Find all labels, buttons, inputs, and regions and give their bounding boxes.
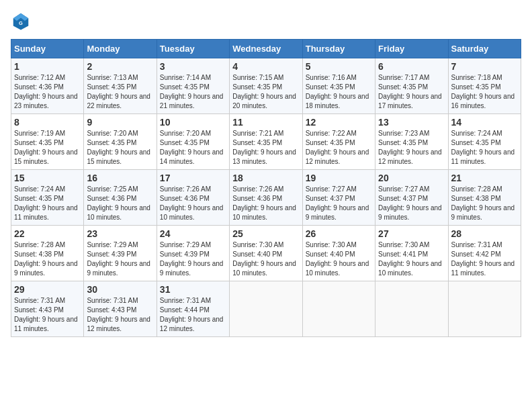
day-number: 31 — [160, 284, 226, 295]
day-number: 22 — [14, 228, 81, 239]
col-header-sunday: Sunday — [11, 40, 84, 58]
day-info: Sunrise: 7:31 AM Sunset: 4:44 PM Dayligh… — [160, 296, 226, 334]
day-cell: 18Sunrise: 7:26 AM Sunset: 4:36 PM Dayli… — [230, 170, 302, 226]
day-cell: 13Sunrise: 7:23 AM Sunset: 4:35 PM Dayli… — [375, 114, 448, 170]
col-header-tuesday: Tuesday — [157, 40, 229, 58]
day-info: Sunrise: 7:15 AM Sunset: 4:35 PM Dayligh… — [232, 73, 299, 111]
day-cell: 8Sunrise: 7:19 AM Sunset: 4:35 PM Daylig… — [11, 114, 84, 170]
day-cell: 16Sunrise: 7:25 AM Sunset: 4:36 PM Dayli… — [84, 170, 157, 226]
day-info: Sunrise: 7:30 AM Sunset: 4:40 PM Dayligh… — [306, 240, 372, 278]
day-number: 10 — [160, 117, 226, 128]
day-number: 19 — [306, 173, 372, 183]
svg-text:G: G — [19, 20, 23, 26]
day-info: Sunrise: 7:30 AM Sunset: 4:41 PM Dayligh… — [378, 240, 445, 278]
header-row: SundayMondayTuesdayWednesdayThursdayFrid… — [11, 40, 521, 58]
col-header-monday: Monday — [84, 40, 157, 58]
day-info: Sunrise: 7:27 AM Sunset: 4:37 PM Dayligh… — [306, 185, 372, 222]
day-number: 24 — [160, 228, 226, 239]
day-info: Sunrise: 7:28 AM Sunset: 4:38 PM Dayligh… — [14, 240, 81, 278]
day-cell: 1Sunrise: 7:12 AM Sunset: 4:36 PM Daylig… — [11, 58, 84, 114]
day-cell: 4Sunrise: 7:15 AM Sunset: 4:35 PM Daylig… — [230, 58, 302, 114]
day-cell — [230, 281, 302, 337]
day-number: 27 — [378, 228, 445, 239]
day-number: 3 — [160, 61, 226, 72]
day-cell: 21Sunrise: 7:28 AM Sunset: 4:38 PM Dayli… — [448, 170, 521, 226]
day-number: 1 — [14, 61, 81, 72]
col-header-saturday: Saturday — [448, 40, 521, 58]
day-cell: 26Sunrise: 7:30 AM Sunset: 4:40 PM Dayli… — [302, 226, 375, 281]
day-info: Sunrise: 7:18 AM Sunset: 4:35 PM Dayligh… — [451, 73, 518, 111]
day-cell: 25Sunrise: 7:30 AM Sunset: 4:40 PM Dayli… — [230, 226, 302, 281]
day-cell: 23Sunrise: 7:29 AM Sunset: 4:39 PM Dayli… — [84, 226, 157, 281]
col-header-thursday: Thursday — [302, 40, 375, 58]
day-info: Sunrise: 7:20 AM Sunset: 4:35 PM Dayligh… — [87, 129, 153, 167]
day-info: Sunrise: 7:24 AM Sunset: 4:35 PM Dayligh… — [14, 185, 81, 222]
day-number: 6 — [378, 61, 445, 72]
day-number: 14 — [451, 117, 518, 128]
day-cell: 9Sunrise: 7:20 AM Sunset: 4:35 PM Daylig… — [84, 114, 157, 170]
day-info: Sunrise: 7:14 AM Sunset: 4:35 PM Dayligh… — [160, 73, 226, 111]
day-cell: 7Sunrise: 7:18 AM Sunset: 4:35 PM Daylig… — [448, 58, 521, 114]
day-cell: 15Sunrise: 7:24 AM Sunset: 4:35 PM Dayli… — [11, 170, 84, 226]
day-cell — [302, 281, 375, 337]
day-number: 17 — [160, 173, 226, 183]
day-number: 13 — [378, 117, 445, 128]
day-number: 20 — [378, 173, 445, 183]
day-cell: 3Sunrise: 7:14 AM Sunset: 4:35 PM Daylig… — [157, 58, 229, 114]
day-cell: 24Sunrise: 7:29 AM Sunset: 4:39 PM Dayli… — [157, 226, 229, 281]
logo: G — [11, 11, 34, 31]
day-cell: 14Sunrise: 7:24 AM Sunset: 4:35 PM Dayli… — [448, 114, 521, 170]
day-info: Sunrise: 7:23 AM Sunset: 4:35 PM Dayligh… — [378, 129, 445, 167]
day-number: 8 — [14, 117, 81, 128]
day-info: Sunrise: 7:17 AM Sunset: 4:35 PM Dayligh… — [378, 73, 445, 111]
day-cell: 27Sunrise: 7:30 AM Sunset: 4:41 PM Dayli… — [375, 226, 448, 281]
week-row-2: 8Sunrise: 7:19 AM Sunset: 4:35 PM Daylig… — [11, 114, 521, 170]
day-info: Sunrise: 7:26 AM Sunset: 4:36 PM Dayligh… — [160, 185, 226, 222]
day-cell: 5Sunrise: 7:16 AM Sunset: 4:35 PM Daylig… — [302, 58, 375, 114]
day-info: Sunrise: 7:20 AM Sunset: 4:35 PM Dayligh… — [160, 129, 226, 167]
day-cell: 30Sunrise: 7:31 AM Sunset: 4:43 PM Dayli… — [84, 281, 157, 337]
day-number: 21 — [451, 173, 518, 183]
day-info: Sunrise: 7:29 AM Sunset: 4:39 PM Dayligh… — [87, 240, 153, 278]
day-number: 12 — [306, 117, 372, 128]
day-cell: 20Sunrise: 7:27 AM Sunset: 4:37 PM Dayli… — [375, 170, 448, 226]
day-number: 11 — [232, 117, 299, 128]
day-info: Sunrise: 7:13 AM Sunset: 4:35 PM Dayligh… — [87, 73, 153, 111]
col-header-friday: Friday — [375, 40, 448, 58]
week-row-5: 29Sunrise: 7:31 AM Sunset: 4:43 PM Dayli… — [11, 281, 521, 337]
header-section: G — [11, 11, 521, 31]
day-number: 7 — [451, 61, 518, 72]
day-number: 28 — [451, 228, 518, 239]
day-info: Sunrise: 7:26 AM Sunset: 4:36 PM Dayligh… — [232, 185, 299, 222]
day-info: Sunrise: 7:25 AM Sunset: 4:36 PM Dayligh… — [87, 185, 153, 222]
day-info: Sunrise: 7:21 AM Sunset: 4:35 PM Dayligh… — [232, 129, 299, 167]
day-info: Sunrise: 7:29 AM Sunset: 4:39 PM Dayligh… — [160, 240, 226, 278]
day-info: Sunrise: 7:27 AM Sunset: 4:37 PM Dayligh… — [378, 185, 445, 222]
day-cell: 22Sunrise: 7:28 AM Sunset: 4:38 PM Dayli… — [11, 226, 84, 281]
logo-icon: G — [11, 11, 31, 31]
day-number: 26 — [306, 228, 372, 239]
day-number: 15 — [14, 173, 81, 183]
day-cell: 6Sunrise: 7:17 AM Sunset: 4:35 PM Daylig… — [375, 58, 448, 114]
day-number: 16 — [87, 173, 153, 183]
day-cell — [375, 281, 448, 337]
day-number: 23 — [87, 228, 153, 239]
week-row-4: 22Sunrise: 7:28 AM Sunset: 4:38 PM Dayli… — [11, 226, 521, 281]
day-info: Sunrise: 7:24 AM Sunset: 4:35 PM Dayligh… — [451, 129, 518, 167]
day-number: 18 — [232, 173, 299, 183]
day-cell: 17Sunrise: 7:26 AM Sunset: 4:36 PM Dayli… — [157, 170, 229, 226]
day-cell: 29Sunrise: 7:31 AM Sunset: 4:43 PM Dayli… — [11, 281, 84, 337]
day-number: 30 — [87, 284, 153, 295]
day-info: Sunrise: 7:22 AM Sunset: 4:35 PM Dayligh… — [306, 129, 372, 167]
day-info: Sunrise: 7:31 AM Sunset: 4:43 PM Dayligh… — [87, 296, 153, 334]
calendar-table: SundayMondayTuesdayWednesdayThursdayFrid… — [11, 39, 521, 337]
day-cell — [448, 281, 521, 337]
day-info: Sunrise: 7:28 AM Sunset: 4:38 PM Dayligh… — [451, 185, 518, 222]
day-info: Sunrise: 7:30 AM Sunset: 4:40 PM Dayligh… — [232, 240, 299, 278]
week-row-3: 15Sunrise: 7:24 AM Sunset: 4:35 PM Dayli… — [11, 170, 521, 226]
day-info: Sunrise: 7:31 AM Sunset: 4:42 PM Dayligh… — [451, 240, 518, 278]
col-header-wednesday: Wednesday — [230, 40, 302, 58]
day-cell: 19Sunrise: 7:27 AM Sunset: 4:37 PM Dayli… — [302, 170, 375, 226]
week-row-1: 1Sunrise: 7:12 AM Sunset: 4:36 PM Daylig… — [11, 58, 521, 114]
day-number: 9 — [87, 117, 153, 128]
